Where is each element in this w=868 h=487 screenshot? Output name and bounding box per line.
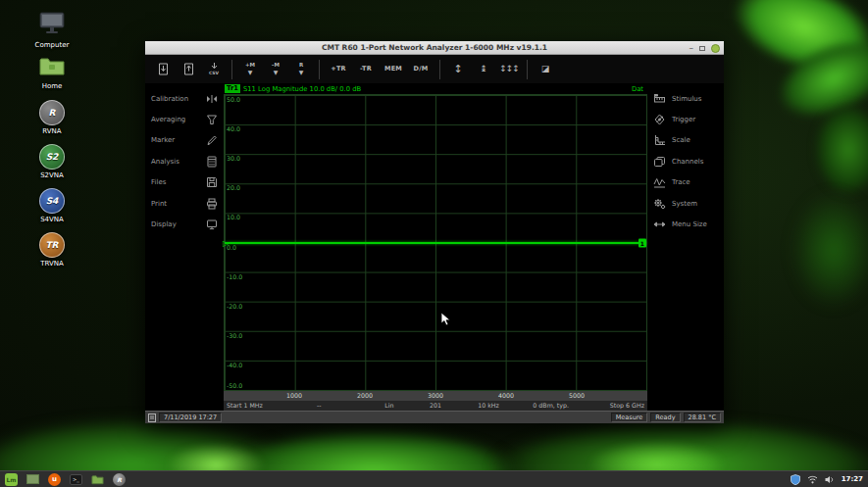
toolbar-divider (319, 60, 320, 79)
volume-icon[interactable] (825, 475, 835, 484)
add-marker-button[interactable]: +M ▼ (238, 58, 262, 81)
menu-item-analysis[interactable]: Analysis (145, 151, 224, 171)
menu-label: Calibration (151, 95, 188, 103)
menu-label: Print (151, 200, 167, 208)
autoscale-button[interactable]: ↕ (446, 58, 470, 81)
calibration-icon (206, 93, 218, 105)
save-state-icon (157, 63, 170, 75)
y-tick: 50.0 (227, 96, 240, 103)
menu-item-display[interactable]: Display (145, 214, 224, 234)
rvna-badge: R (49, 108, 56, 118)
add-trace-button[interactable]: +TR (326, 58, 351, 81)
menu-item-channels[interactable]: Channels (647, 151, 724, 171)
menu-item-trace[interactable]: Trace (647, 172, 724, 193)
measure-status: Measure (611, 413, 648, 422)
mint-menu-button[interactable]: Lm (5, 473, 18, 486)
output-power[interactable]: 0 dBm, typ. (533, 402, 569, 409)
rvna-taskbar-button[interactable]: R (113, 473, 126, 486)
trace-end-marker: 1 (638, 238, 646, 247)
menu-item-menu-size[interactable]: Menu Size (647, 214, 724, 234)
desktop-icon-trvna[interactable]: TR TRVNA (24, 232, 80, 268)
y-tick: -20.0 (227, 303, 242, 310)
remove-trace-button[interactable]: -TR (353, 58, 379, 81)
menu-item-stimulus[interactable]: Stimulus (647, 88, 724, 109)
marker-info: -- (317, 402, 322, 409)
recall-state-button[interactable] (177, 58, 200, 81)
y-tick: -10.0 (227, 273, 242, 280)
trace-format-label[interactable]: S11 Log Magnitude 10.0 dB/ 0.0 dB (243, 85, 361, 93)
desktop: Computer Home R RVNA S2 S2VNA S4 S4VNA T… (0, 0, 868, 487)
terminal-launcher[interactable]: >_ (70, 473, 82, 486)
sweep-points[interactable]: 201 (430, 402, 441, 409)
memory-button[interactable]: MEM (381, 58, 406, 81)
update-shield-icon[interactable] (791, 474, 800, 485)
desktop-icon-label: Home (24, 82, 80, 90)
menu-item-calibration[interactable]: Calibration (145, 88, 224, 109)
home-folder-icon (38, 56, 66, 76)
save-csv-button[interactable]: CSV (202, 58, 226, 81)
wifi-icon[interactable] (807, 475, 818, 484)
data-mem-button[interactable]: D/M (408, 58, 434, 81)
desktop-icon-label: Computer (24, 41, 80, 49)
rvna-icon: R (39, 100, 65, 125)
menu-label: Display (151, 220, 177, 228)
datetime-display: 7/11/2019 17:27 (159, 413, 222, 422)
taskbar-clock[interactable]: 17:27 (842, 475, 863, 483)
mouse-cursor (440, 312, 452, 327)
autoscale-all-button[interactable]: ↕↕↕ (497, 58, 521, 81)
desktop-icon-label: S2VNA (24, 171, 80, 179)
trigger-icon (653, 114, 666, 125)
menu-label: Files (151, 178, 166, 186)
trvna-badge: TR (45, 240, 58, 250)
desktop-icon-s2vna[interactable]: S2 S2VNA (24, 144, 80, 179)
x-tick: 4000 (498, 392, 514, 399)
trace-status: Dat (632, 85, 646, 93)
minimize-button[interactable]: – (689, 44, 694, 52)
trvna-icon: TR (39, 232, 65, 258)
menu-item-print[interactable]: Print (145, 193, 224, 214)
reference-level-arrow-icon[interactable]: ▷ (223, 238, 229, 247)
s11-trace (225, 242, 646, 244)
desktop-icon-label: RVNA (24, 127, 80, 135)
desktop-icon-home[interactable]: Home (24, 56, 80, 90)
menu-item-system[interactable]: System (647, 193, 724, 214)
stimulus-icon (653, 93, 666, 105)
desktop-icon-label: S4VNA (24, 216, 80, 223)
s2vna-icon: S2 (39, 144, 65, 170)
start-frequency[interactable]: Start 1 MHz (227, 402, 263, 409)
wallpaper-leaf (780, 176, 868, 323)
desktop-icon-computer[interactable]: Computer (24, 12, 80, 49)
files-launcher[interactable] (91, 473, 104, 486)
trace-header[interactable]: Tr1 S11 Log Magnitude 10.0 dB/ 0.0 dB Da… (224, 83, 647, 94)
invert-colors-button[interactable]: ◪ (534, 58, 557, 81)
desktop-icon-s4vna[interactable]: S4 S4VNA (24, 188, 80, 223)
y-tick: 10.0 (227, 214, 240, 220)
stop-frequency[interactable]: Stop 6 GHz (610, 402, 644, 409)
menu-item-scale[interactable]: Scale (647, 130, 724, 151)
menu-item-marker[interactable]: Marker (145, 130, 224, 151)
remove-marker-button[interactable]: -M ▼ (264, 58, 287, 81)
save-state-button[interactable] (151, 58, 175, 81)
trace-id-badge[interactable]: Tr1 (225, 84, 240, 93)
auto-reference-button[interactable]: ↨ (472, 58, 495, 81)
if-bandwidth[interactable]: 10 kHz (478, 402, 499, 409)
menu-label: Analysis (151, 158, 179, 166)
menu-item-averaging[interactable]: Averaging (145, 109, 224, 129)
sweep-type[interactable]: Lin (384, 402, 393, 409)
marker-triangle-icon: ▼ (248, 70, 253, 75)
menu-item-files[interactable]: Files (145, 172, 224, 193)
x-tick: 5000 (569, 392, 585, 399)
title-bar[interactable]: CMT R60 1-Port Network Analyzer 1-6000 M… (145, 41, 724, 55)
maximize-button[interactable] (699, 46, 705, 51)
reference-marker-button[interactable]: R ▼ (289, 58, 313, 81)
plot-area: 50.0 40.0 30.0 20.0 10.0 0.0 -10.0 -20.0… (224, 94, 647, 391)
close-button[interactable] (711, 44, 720, 53)
browser-launcher[interactable]: u (48, 473, 61, 486)
browser-icon: u (48, 473, 61, 486)
desktop-icon-rvna[interactable]: R RVNA (24, 100, 80, 135)
menu-label: System (672, 200, 697, 208)
menu-item-trigger[interactable]: Trigger (647, 109, 724, 129)
csv-label: CSV (209, 72, 219, 76)
computer-icon (37, 12, 67, 35)
show-desktop-button[interactable] (26, 473, 39, 486)
